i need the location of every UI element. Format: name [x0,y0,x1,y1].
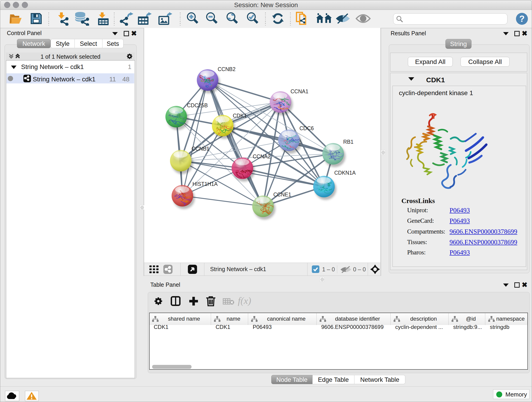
svg-text:RB1: RB1 [343,139,354,145]
svg-text:CCNB2: CCNB2 [218,66,235,72]
svg-text:CDK1: CDK1 [233,113,247,119]
svg-text:CCNB1: CCNB1 [191,146,209,152]
svg-text:CCNE1: CCNE1 [273,191,291,198]
svg-text:CDC6: CDC6 [299,125,314,131]
svg-text:CDC25B: CDC25B [187,102,208,108]
svg-text:CCNA2: CCNA2 [253,153,271,160]
svg-text:HIST1H1A: HIST1H1A [192,181,218,187]
svg-text:CCNA1: CCNA1 [291,89,308,95]
svg-text:CDKN1A: CDKN1A [334,170,356,176]
